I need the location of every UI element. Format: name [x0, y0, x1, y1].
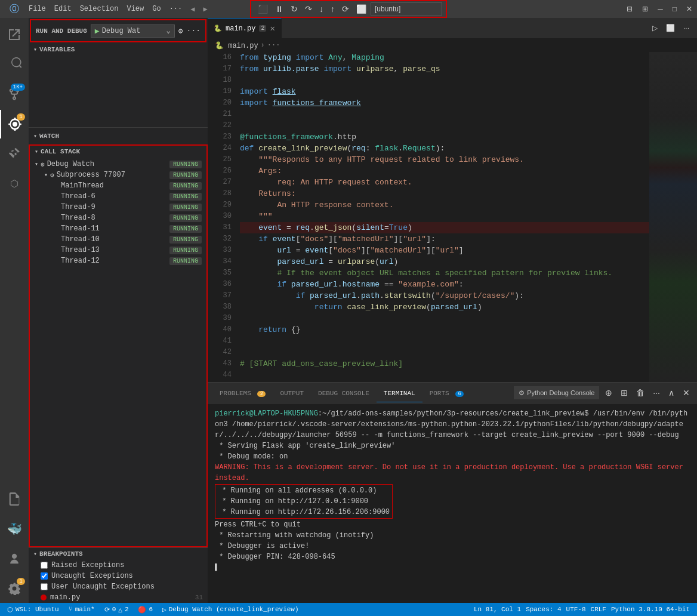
status-spaces[interactable]: Spaces: 4	[523, 603, 563, 616]
breakpoint-checkbox[interactable]	[41, 562, 48, 569]
debug-settings-icon[interactable]: ⚙	[178, 26, 183, 36]
debug-step-into-btn[interactable]: ↓	[316, 2, 326, 16]
watch-header[interactable]: ▾ WATCH	[29, 130, 208, 142]
breakpoint-checkbox[interactable]	[41, 583, 48, 590]
activity-run-debug[interactable]: 1	[0, 110, 29, 138]
debug-more-icon[interactable]: ···	[187, 26, 201, 35]
activity-testing[interactable]	[0, 485, 29, 513]
nav-back-btn[interactable]: ◀	[187, 4, 198, 15]
tab-main-py[interactable]: 🐍 main.py 2 ✕	[208, 18, 282, 39]
debug-config-input[interactable]: [ubuntu]	[371, 2, 442, 16]
add-terminal-btn[interactable]: ⊕	[603, 387, 615, 399]
menu-file[interactable]: File	[25, 4, 50, 14]
thread-item[interactable]: Thread-9 RUNNING	[39, 202, 206, 212]
debug-config-selector[interactable]: ▶ Debug Wat ⌄	[91, 24, 175, 38]
nav-forward-btn[interactable]: ▶	[200, 4, 211, 15]
split-terminal-btn[interactable]: ⊞	[618, 387, 630, 399]
activity-settings[interactable]: 1	[0, 574, 29, 603]
menu-selection[interactable]: Selection	[76, 4, 122, 14]
thread-item[interactable]: Thread-12 RUNNING	[39, 255, 206, 266]
minimap	[649, 52, 697, 382]
activity-docker[interactable]: 🐳	[0, 515, 29, 543]
split-editor-btn[interactable]: ⬜	[663, 22, 678, 34]
subprocess-icon: ⚙	[50, 171, 54, 179]
minimize-btn[interactable]: ─	[653, 0, 668, 18]
status-wsl[interactable]: ⬡ WSL: Ubuntu	[5, 603, 61, 616]
thread-status: RUNNING	[169, 236, 202, 244]
thread-item[interactable]: Thread-8 RUNNING	[39, 212, 206, 223]
panel-tab-ports[interactable]: PORTS 6	[422, 385, 471, 402]
activity-search[interactable]	[0, 50, 29, 79]
more-terminal-btn[interactable]: ···	[650, 387, 662, 399]
code-line	[240, 75, 649, 86]
line-number: 36	[208, 279, 232, 290]
debug-square-btn[interactable]: ⬜	[353, 2, 369, 16]
debug-restart-btn[interactable]: ↻	[288, 2, 301, 16]
tab-close-btn[interactable]: ✕	[270, 23, 275, 33]
panel: PROBLEMS 2 OUTPUT DEBUG CONSOLE TERMINAL…	[208, 382, 697, 603]
panel-tab-output[interactable]: OUTPUT	[273, 385, 311, 402]
terminal-content[interactable]: pierrick@LAPTOP-HKU5PNNG:~/git/add-ons-s…	[208, 404, 697, 603]
panel-tab-problems[interactable]: PROBLEMS 2	[212, 385, 273, 402]
status-python[interactable]: Python 3.8.10 64-bit	[609, 603, 692, 616]
menu-view[interactable]: View	[123, 4, 147, 14]
debug-watch-header[interactable]: ▾ ⚙ Debug Watch RUNNING	[30, 159, 206, 170]
panel-tab-debug-console[interactable]: DEBUG CONSOLE	[311, 385, 377, 402]
debug-stop-btn[interactable]: ⟳	[339, 2, 352, 16]
status-branch[interactable]: ⑂ main*	[66, 603, 97, 616]
code-line: import flask	[240, 86, 649, 97]
debug-continue-btn[interactable]: ↑	[328, 2, 338, 16]
status-encoding[interactable]: UTF-8	[564, 603, 588, 616]
subprocess-header[interactable]: ▾ ⚙ Subprocess 77007 RUNNING	[39, 170, 206, 180]
subprocess-arrow: ▾	[44, 171, 48, 178]
activity-account[interactable]	[0, 544, 29, 573]
thread-item[interactable]: Thread-10 RUNNING	[39, 234, 206, 245]
kill-terminal-btn[interactable]: 🗑	[634, 387, 647, 399]
debug-step-over-btn[interactable]: ⬛	[255, 2, 271, 16]
debug-console-label: DEBUG CONSOLE	[318, 390, 369, 397]
code-editor[interactable]: 1617181920212223242526272829303132333435…	[208, 52, 649, 382]
breakpoint-label: Raised Exceptions	[51, 561, 124, 569]
variables-header[interactable]: ▾ VARIABLES	[29, 44, 208, 56]
debug-step-out-btn[interactable]: ↷	[302, 2, 315, 16]
spaces-label: Spaces: 4	[526, 606, 561, 613]
maximize-btn[interactable]: □	[668, 0, 681, 18]
more-editor-btn[interactable]: ···	[680, 22, 692, 34]
thread-item[interactable]: Thread-13 RUNNING	[39, 245, 206, 255]
activity-extensions[interactable]	[0, 140, 29, 168]
call-stack-header[interactable]: ▾ CALL STACK	[30, 146, 206, 158]
status-ln-col[interactable]: Ln 81, Col 1	[471, 603, 523, 616]
maximize-panel-btn[interactable]: ∧	[666, 387, 677, 399]
activity-source-control[interactable]: 1K+	[0, 80, 29, 109]
debug-pause-btn[interactable]: ⏸	[272, 2, 286, 16]
thread-item[interactable]: Thread-6 RUNNING	[39, 191, 206, 202]
run-btn[interactable]: ▷	[649, 22, 661, 34]
thread-item[interactable]: MainThread RUNNING	[39, 180, 206, 191]
activity-remote[interactable]: ⬡	[0, 170, 29, 198]
status-liveshare[interactable]: 🔴 6	[135, 603, 155, 616]
status-debug-info[interactable]: ▷ Debug Watch (create_link_preview)	[160, 603, 301, 616]
activity-explorer[interactable]	[0, 20, 29, 49]
breadcrumb-file[interactable]: 🐍 main.py	[215, 41, 258, 50]
layout-btn[interactable]: ⊟	[622, 0, 637, 18]
menu-more[interactable]: ···	[166, 4, 186, 14]
eol-label: CRLF	[591, 606, 606, 613]
code-line: # If the event object URL matches a spec…	[240, 267, 649, 279]
line-number: 33	[208, 245, 232, 256]
status-eol[interactable]: CRLF	[588, 603, 609, 616]
thread-item[interactable]: Thread-11 RUNNING	[39, 223, 206, 234]
close-btn[interactable]: ✕	[681, 0, 697, 18]
breakpoint-checkbox[interactable]	[41, 572, 48, 580]
menu-go[interactable]: Go	[149, 4, 164, 14]
breakpoint-item: User Uncaught Exceptions	[29, 581, 208, 592]
status-sync[interactable]: ⟳ 0 △ 2	[102, 603, 131, 616]
split-btn[interactable]: ⊞	[637, 0, 653, 18]
python-debug-btn[interactable]: ⚙ Python Debug Console	[514, 386, 599, 399]
menu-edit[interactable]: Edit	[51, 4, 75, 14]
debug-info-label: Debug Watch (create_link_preview)	[169, 606, 299, 613]
line-number: 40	[208, 324, 232, 335]
breakpoints-header[interactable]: ▾ BREAKPOINTS	[29, 548, 208, 560]
breadcrumb-more[interactable]: ···	[267, 41, 280, 50]
close-panel-btn[interactable]: ✕	[680, 387, 692, 399]
panel-tab-terminal[interactable]: TERMINAL	[377, 385, 422, 402]
